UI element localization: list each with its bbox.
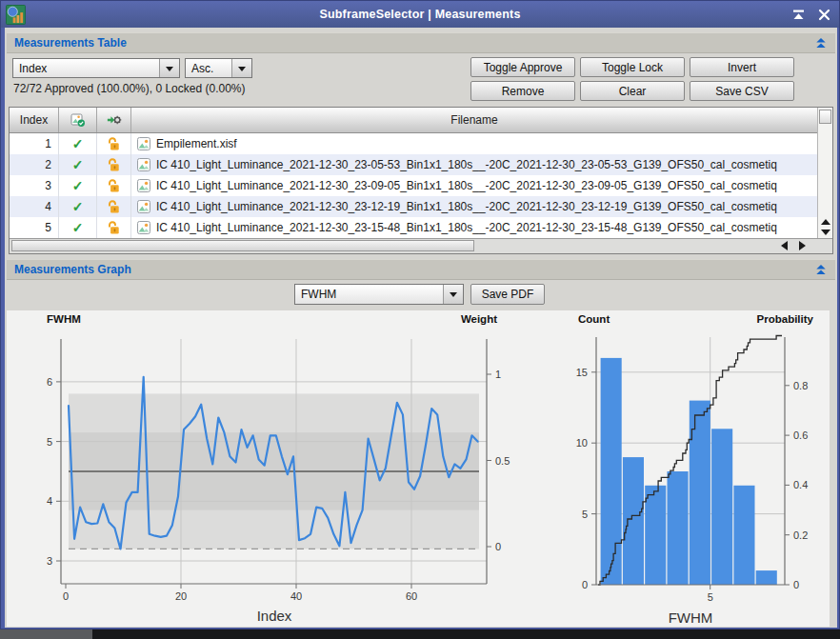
measurements-graph-section-header[interactable]: Measurements Graph	[7, 259, 835, 280]
svg-text:60: 60	[406, 590, 417, 602]
invert-button[interactable]: Invert	[690, 57, 794, 77]
sort-column-select[interactable]: Index	[12, 58, 180, 78]
table-row[interactable]: 5✓IC 410_Light_Luminance_2021-12-30_23-1…	[10, 217, 817, 238]
svg-text:Probability: Probability	[757, 313, 814, 325]
clear-button[interactable]: Clear	[580, 81, 685, 101]
measurement-graphs[interactable]: 345600.510204060FWHMWeightIndex05101500.…	[7, 310, 830, 627]
shade-window-icon[interactable]	[791, 8, 806, 22]
row-approved-cell[interactable]: ✓	[59, 175, 97, 196]
collapse-section-icon[interactable]	[814, 263, 828, 276]
svg-text:6: 6	[47, 376, 52, 388]
svg-text:0.5: 0.5	[495, 455, 510, 467]
svg-text:0: 0	[793, 579, 799, 590]
svg-text:15: 15	[576, 367, 588, 378]
row-filename[interactable]: IC 410_Light_Luminance_2021-12-30_23-15-…	[131, 217, 817, 238]
remove-button[interactable]: Remove	[470, 81, 575, 101]
row-lock-cell[interactable]	[97, 154, 131, 175]
graph-property-select[interactable]: FWHM	[294, 284, 464, 305]
subframe-selector-app-icon	[6, 5, 26, 25]
svg-text:3: 3	[47, 555, 52, 567]
column-header-index[interactable]: Index	[10, 108, 59, 132]
row-approved-cell[interactable]: ✓	[59, 217, 97, 238]
unlocked-icon[interactable]	[107, 220, 121, 235]
table-row[interactable]: 1✓Empilement.xisf	[10, 133, 817, 154]
table-row[interactable]: 2✓IC 410_Light_Luminance_2021-12-30_23-0…	[10, 154, 817, 175]
svg-text:0: 0	[63, 590, 69, 602]
unlocked-icon[interactable]	[107, 199, 121, 214]
image-file-icon	[136, 136, 151, 151]
sort-column-value: Index	[13, 59, 159, 77]
chevron-down-icon[interactable]	[443, 285, 463, 304]
window-title: SubframeSelector | Measurements	[1, 8, 839, 21]
unlocked-icon[interactable]	[107, 178, 121, 193]
measurements-table-section-header[interactable]: Measurements Table	[7, 32, 835, 53]
scroll-down-icon[interactable]	[821, 230, 830, 235]
svg-text:FWHM: FWHM	[47, 313, 81, 325]
horizontal-scrollbar-thumb[interactable]	[11, 240, 474, 251]
measurements-table-title: Measurements Table	[7, 36, 814, 50]
row-lock-cell[interactable]	[97, 133, 131, 154]
chevron-down-icon[interactable]	[231, 59, 251, 77]
row-index: 1	[10, 133, 59, 154]
svg-text:Weight: Weight	[461, 313, 497, 325]
toggle-lock-button[interactable]: Toggle Lock	[580, 57, 685, 77]
approved-column-icon	[70, 112, 86, 128]
approved-check-icon: ✓	[72, 158, 84, 171]
svg-text:0.2: 0.2	[793, 529, 808, 541]
svg-text:Index: Index	[257, 608, 292, 624]
close-window-icon[interactable]	[817, 8, 831, 22]
save-csv-button[interactable]: Save CSV	[690, 81, 794, 101]
title-bar[interactable]: SubframeSelector | Measurements	[1, 1, 839, 28]
unlocked-icon[interactable]	[107, 136, 121, 151]
measurements-table: Index	[9, 107, 833, 254]
approval-status-text: 72/72 Approved (100.00%), 0 Locked (0.00…	[13, 82, 246, 95]
row-lock-cell[interactable]	[97, 196, 131, 217]
chevron-down-icon[interactable]	[159, 59, 179, 77]
svg-text:0: 0	[582, 579, 588, 590]
scroll-up-icon[interactable]	[821, 219, 830, 225]
svg-text:0.6: 0.6	[793, 429, 808, 441]
row-approved-cell[interactable]: ✓	[59, 196, 97, 217]
row-filename[interactable]: Empilement.xisf	[131, 133, 817, 154]
approved-check-icon: ✓	[72, 200, 84, 213]
row-index: 4	[10, 196, 59, 217]
svg-text:Count: Count	[578, 313, 610, 325]
unlocked-icon[interactable]	[107, 157, 121, 172]
row-approved-cell[interactable]: ✓	[59, 133, 97, 154]
table-row[interactable]: 3✓IC 410_Light_Luminance_2021-12-30_23-0…	[10, 175, 817, 196]
image-file-icon	[136, 199, 151, 214]
image-file-icon	[136, 178, 151, 193]
row-approved-cell[interactable]: ✓	[59, 154, 97, 175]
horizontal-scrollbar[interactable]	[10, 238, 832, 253]
svg-text:FWHM: FWHM	[669, 609, 713, 626]
column-header-locked[interactable]	[97, 108, 131, 132]
row-index: 5	[10, 217, 59, 238]
sort-direction-select[interactable]: Asc.	[185, 58, 252, 78]
svg-text:5: 5	[708, 591, 713, 603]
scroll-right-icon[interactable]	[799, 241, 806, 250]
row-filename[interactable]: IC 410_Light_Luminance_2021-12-30_23-05-…	[131, 154, 817, 175]
column-header-approved[interactable]	[59, 108, 97, 132]
collapse-section-icon[interactable]	[814, 36, 828, 50]
table-row[interactable]: 4✓IC 410_Light_Luminance_2021-12-30_23-1…	[10, 196, 817, 217]
vertical-scrollbar[interactable]	[817, 108, 832, 238]
approved-check-icon: ✓	[72, 179, 84, 192]
toggle-approve-button[interactable]: Toggle Approve	[470, 57, 575, 77]
row-filename[interactable]: IC 410_Light_Luminance_2021-12-30_23-09-…	[131, 175, 817, 196]
row-lock-cell[interactable]	[97, 217, 131, 238]
row-index: 2	[10, 154, 59, 175]
dialog-content: Measurements Table Index Asc. Toggle App…	[5, 28, 837, 628]
svg-text:4: 4	[47, 495, 52, 507]
vertical-scrollbar-thumb[interactable]	[819, 110, 831, 124]
row-lock-cell[interactable]	[97, 175, 131, 196]
scroll-left-icon[interactable]	[781, 241, 788, 250]
column-header-filename[interactable]: Filename	[131, 108, 817, 132]
row-filename[interactable]: IC 410_Light_Luminance_2021-12-30_23-12-…	[131, 196, 817, 217]
svg-text:10: 10	[576, 437, 588, 449]
svg-text:0.8: 0.8	[793, 380, 808, 391]
desktop-background	[0, 629, 92, 639]
svg-text:0.4: 0.4	[793, 479, 808, 490]
subframe-selector-window: SubframeSelector | Measurements Measurem…	[0, 0, 840, 629]
svg-text:5: 5	[47, 436, 52, 448]
save-pdf-button[interactable]: Save PDF	[470, 284, 545, 305]
